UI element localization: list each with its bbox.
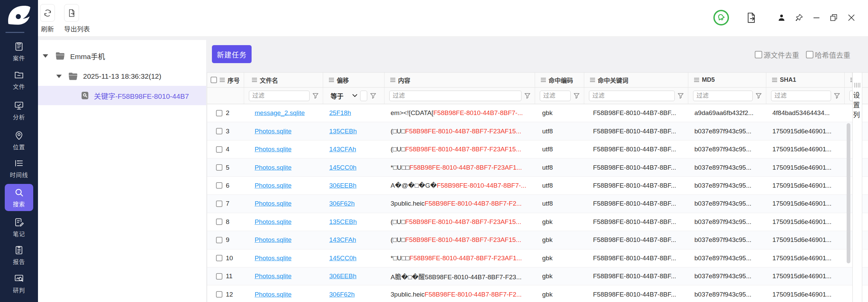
- offset-operator-select[interactable]: 等于: [328, 91, 357, 100]
- minimize-icon[interactable]: [812, 14, 821, 22]
- offset-link[interactable]: 135CEBh: [329, 218, 357, 226]
- caret-down-icon[interactable]: [56, 75, 62, 78]
- row-checkbox[interactable]: [216, 201, 222, 207]
- table-row[interactable]: 2message_2.sqlite25F18hem><![CDATA[F58B9…: [207, 104, 868, 122]
- filter-input-content[interactable]: [389, 91, 521, 101]
- pin-icon[interactable]: [795, 13, 804, 22]
- sidebar-item-时间线[interactable]: 时间线: [5, 155, 33, 182]
- filename-link[interactable]: Photos.sqlite: [255, 128, 292, 135]
- sidebar-item-笔记[interactable]: 笔记: [5, 214, 33, 241]
- filter-funnel-icon[interactable]: [370, 93, 376, 99]
- vertical-scrollbar[interactable]: [847, 73, 851, 302]
- filter-funnel-icon[interactable]: [312, 93, 319, 99]
- table-row[interactable]: 8Photos.sqlite135CEBh(□U□F58B98FE-8010-4…: [207, 213, 868, 231]
- offset-link[interactable]: 145CC0h: [329, 254, 356, 262]
- column-header-offset[interactable]: 偏移: [323, 73, 384, 87]
- select-all-checkbox[interactable]: [211, 77, 217, 83]
- column-menu-icon[interactable]: [694, 77, 699, 82]
- export-list-button[interactable]: 导出列表: [64, 4, 79, 33]
- row-checkbox[interactable]: [216, 255, 222, 261]
- row-checkbox[interactable]: [216, 219, 222, 225]
- table-row[interactable]: 9Photos.sqlite143CFAh(□U□F58B98FE-8010-4…: [207, 231, 868, 249]
- filter-funnel-icon[interactable]: [677, 93, 684, 99]
- tree-node-device[interactable]: Emma手机: [38, 46, 206, 65]
- scrollbar-thumb[interactable]: [847, 123, 850, 263]
- column-menu-icon[interactable]: [772, 77, 777, 82]
- filter-input-keyword[interactable]: [589, 91, 675, 101]
- offset-link[interactable]: 145CC0h: [329, 164, 356, 171]
- filename-link[interactable]: Photos.sqlite: [255, 291, 292, 298]
- row-checkbox[interactable]: [216, 110, 222, 116]
- filter-input-sha1[interactable]: [771, 91, 831, 101]
- hash-dedup-checkbox[interactable]: [806, 51, 813, 58]
- sidebar-item-文件[interactable]: 文件: [5, 67, 33, 94]
- source-file-dedup-option[interactable]: 源文件去重: [755, 50, 799, 60]
- sidebar-item-位置[interactable]: 位置: [5, 127, 33, 154]
- filename-link[interactable]: Photos.sqlite: [255, 146, 292, 153]
- filename-link[interactable]: Photos.sqlite: [255, 236, 292, 244]
- offset-link[interactable]: 135CEBh: [329, 128, 357, 135]
- filename-link[interactable]: Photos.sqlite: [255, 200, 292, 207]
- table-row[interactable]: 6Photos.sqlite306EEBhA�@�□�G�F58B98FE-80…: [207, 177, 868, 195]
- row-checkbox[interactable]: [216, 273, 222, 280]
- offset-link[interactable]: 306EEBh: [329, 272, 356, 280]
- row-checkbox[interactable]: [216, 128, 222, 134]
- row-checkbox[interactable]: [216, 182, 222, 189]
- filename-link[interactable]: Photos.sqlite: [255, 164, 292, 171]
- hash-dedup-option[interactable]: 哈希值去重: [806, 50, 850, 60]
- filter-input-file[interactable]: [249, 91, 310, 101]
- sidebar-item-研判[interactable]: 研判: [5, 270, 33, 297]
- filter-funnel-icon[interactable]: [834, 93, 840, 99]
- refresh-button[interactable]: 刷新: [40, 4, 55, 33]
- offset-link[interactable]: 25F18h: [329, 109, 351, 117]
- filter-funnel-icon[interactable]: [573, 93, 580, 99]
- offset-link[interactable]: 143CFAh: [329, 236, 356, 244]
- user-icon[interactable]: [777, 13, 786, 22]
- column-menu-icon[interactable]: [590, 77, 595, 82]
- table-row[interactable]: 12Photos.sqlite306F62h3public.heicF58B98…: [207, 285, 868, 302]
- offset-link[interactable]: 143CFAh: [329, 146, 356, 153]
- tree-node-keyword-selected[interactable]: 关键字-F58B98FE-8010-44B7: [38, 86, 206, 105]
- column-menu-icon[interactable]: [390, 77, 396, 82]
- sidebar-item-报告[interactable]: 报告: [5, 242, 33, 269]
- source-file-dedup-checkbox[interactable]: [755, 51, 762, 58]
- column-menu-icon[interactable]: [329, 77, 334, 82]
- table-row[interactable]: 7Photos.sqlite306F62h3public.heicF58B98F…: [207, 195, 868, 213]
- filename-link[interactable]: Photos.sqlite: [255, 218, 292, 226]
- row-checkbox[interactable]: [216, 237, 222, 243]
- table-row[interactable]: 11Photos.sqlite306EEBhA膽�□�醒58B98FE-8010…: [207, 267, 868, 285]
- column-header-keyword[interactable]: 命中关键词: [584, 73, 688, 87]
- sidebar-item-搜索[interactable]: 搜索: [5, 184, 33, 211]
- table-row[interactable]: 4Photos.sqlite143CFAh(□U□F58B98FE-8010-4…: [207, 140, 868, 158]
- column-settings-tab[interactable]: 设置列: [852, 73, 862, 302]
- offset-link[interactable]: 306F62h: [329, 200, 355, 207]
- table-row[interactable]: 10Photos.sqlite145CC0h*□U□□F58B98FE-8010…: [207, 249, 868, 267]
- tree-node-task[interactable]: 2025-11-13 18:36:32(12): [38, 67, 206, 86]
- offset-link[interactable]: 306EEBh: [329, 182, 356, 189]
- filename-link[interactable]: Photos.sqlite: [255, 254, 292, 262]
- column-header-content[interactable]: 内容: [384, 73, 535, 87]
- column-header-md5[interactable]: MD5: [688, 73, 766, 87]
- column-menu-icon[interactable]: [540, 77, 546, 82]
- column-menu-icon[interactable]: [252, 77, 257, 82]
- filter-input-md5[interactable]: [693, 91, 753, 101]
- sidebar-item-案件[interactable]: 案件: [5, 38, 33, 65]
- filename-link[interactable]: message_2.sqlite: [255, 109, 305, 117]
- table-row[interactable]: 3Photos.sqlite135CEBh(□U□F58B98FE-8010-4…: [207, 122, 868, 140]
- filename-link[interactable]: Photos.sqlite: [255, 272, 292, 280]
- column-header-sha1[interactable]: SHA1: [766, 73, 845, 87]
- offset-filter-input[interactable]: [360, 91, 367, 101]
- row-checkbox[interactable]: [216, 164, 222, 171]
- column-header-encoding[interactable]: 命中编码: [535, 73, 584, 87]
- filter-funnel-icon[interactable]: [524, 93, 531, 99]
- row-checkbox[interactable]: [216, 291, 222, 298]
- new-task-button[interactable]: 新建任务: [212, 45, 252, 63]
- table-row[interactable]: 5Photos.sqlite145CC0h*□U□□F58B98FE-8010-…: [207, 158, 868, 176]
- caret-down-icon[interactable]: [43, 54, 48, 58]
- notification-bell-icon[interactable]: [713, 9, 730, 26]
- sidebar-item-分析[interactable]: 分析: [5, 97, 33, 124]
- export-document-icon[interactable]: [745, 11, 757, 24]
- filter-funnel-icon[interactable]: [755, 93, 762, 99]
- offset-link[interactable]: 306F62h: [329, 291, 355, 298]
- column-header-num[interactable]: 序号: [207, 73, 244, 87]
